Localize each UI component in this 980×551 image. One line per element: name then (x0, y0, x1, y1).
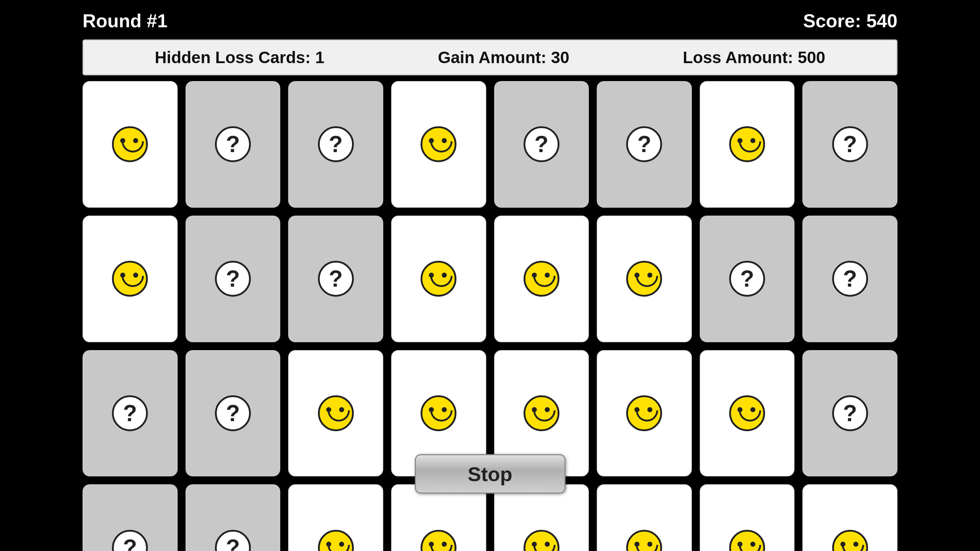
card-11[interactable] (391, 216, 486, 342)
question-icon: ? (215, 395, 251, 431)
card-8[interactable] (83, 216, 178, 342)
stop-button[interactable]: Stop (415, 454, 566, 494)
card-3[interactable] (391, 81, 486, 208)
smiley-icon (420, 126, 457, 162)
card-10[interactable]: ? (288, 216, 383, 342)
card-18[interactable] (288, 350, 383, 477)
smiley-icon (318, 530, 354, 551)
smiley-icon (832, 530, 868, 551)
smiley-icon (626, 261, 662, 297)
smiley-icon (523, 261, 560, 297)
card-27[interactable] (391, 484, 486, 551)
card-31[interactable] (802, 484, 897, 551)
card-16[interactable]: ? (83, 350, 178, 477)
question-icon: ? (215, 126, 251, 162)
smiley-icon (729, 126, 765, 162)
hidden-loss-cards: Hidden Loss Cards: 1 (155, 48, 325, 67)
question-icon: ? (523, 126, 560, 162)
card-29[interactable] (597, 484, 692, 551)
question-icon: ? (112, 395, 148, 431)
card-9[interactable]: ? (186, 216, 281, 342)
question-icon: ? (318, 126, 354, 162)
question-icon: ? (112, 530, 148, 551)
smiley-icon (626, 530, 662, 551)
card-13[interactable] (597, 216, 692, 342)
gain-amount: Gain Amount: 30 (438, 48, 569, 67)
question-icon: ? (318, 261, 354, 297)
question-icon: ? (215, 530, 251, 551)
question-icon: ? (626, 126, 662, 162)
question-icon: ? (832, 395, 868, 431)
card-23[interactable]: ? (802, 350, 897, 477)
smiley-icon (729, 395, 765, 431)
card-26[interactable] (288, 484, 383, 551)
card-22[interactable] (700, 350, 795, 477)
card-21[interactable] (597, 350, 692, 477)
card-12[interactable] (494, 216, 589, 342)
score-label: Score: 540 (803, 10, 897, 32)
info-bar: Hidden Loss Cards: 1 Gain Amount: 30 Los… (83, 40, 897, 75)
card-15[interactable]: ? (802, 216, 897, 342)
smiley-icon (112, 261, 148, 297)
smiley-icon (523, 530, 560, 551)
card-24[interactable]: ? (83, 484, 178, 551)
smiley-icon (420, 395, 457, 431)
smiley-icon (523, 395, 560, 431)
question-icon: ? (832, 261, 868, 297)
card-7[interactable]: ? (802, 81, 897, 208)
question-icon: ? (729, 261, 765, 297)
card-4[interactable]: ? (494, 81, 589, 208)
card-2[interactable]: ? (288, 81, 383, 208)
smiley-icon (729, 530, 765, 551)
smiley-icon (420, 261, 457, 297)
question-icon: ? (215, 261, 251, 297)
card-5[interactable]: ? (597, 81, 692, 208)
smiley-icon (318, 395, 354, 431)
card-30[interactable] (700, 484, 795, 551)
card-28[interactable] (494, 484, 589, 551)
smiley-icon (112, 126, 148, 162)
card-1[interactable]: ? (186, 81, 281, 208)
question-icon: ? (832, 126, 868, 162)
card-6[interactable] (700, 81, 795, 208)
smiley-icon (420, 530, 457, 551)
card-25[interactable]: ? (186, 484, 281, 551)
loss-amount: Loss Amount: 500 (683, 48, 825, 67)
card-14[interactable]: ? (700, 216, 795, 342)
smiley-icon (626, 395, 662, 431)
round-label: Round #1 (83, 10, 167, 32)
card-17[interactable]: ? (186, 350, 281, 477)
card-0[interactable] (83, 81, 178, 208)
